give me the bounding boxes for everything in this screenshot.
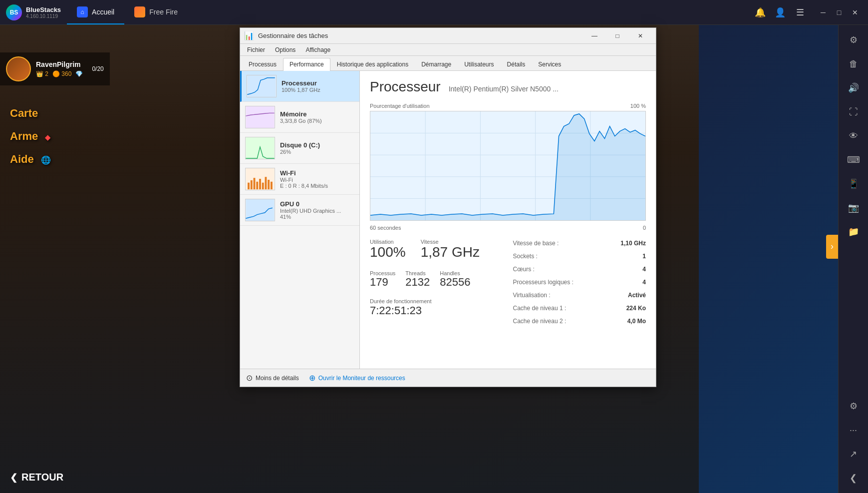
nav-game[interactable]: Free Fire: [124, 0, 188, 24]
spec-cache1: Cache de niveau 1 : 224 Ko: [513, 304, 646, 313]
svg-rect-12: [271, 182, 273, 189]
tm-tabs: Processus Performance Historique des app…: [240, 56, 656, 71]
resource-disk[interactable]: Disque 0 (C:) 26%: [240, 133, 359, 164]
retour-button[interactable]: ❮ RETOUR: [10, 472, 63, 483]
disk-name: Disque 0 (C:): [280, 141, 354, 149]
resource-wifi[interactable]: Wi-Fi Wi-Fi E : 0 R : 8,4 Mbits/s: [240, 164, 359, 195]
bs-minimize-button[interactable]: ─: [816, 5, 830, 19]
keyboard-icon[interactable]: ⌨: [843, 149, 865, 171]
bs-maximize-button[interactable]: □: [832, 5, 846, 19]
nav-home[interactable]: ⌂ Accueil: [67, 0, 124, 24]
tab-historique[interactable]: Historique des applications: [330, 58, 415, 70]
memory-mini-chart: [245, 106, 275, 128]
memory-detail: 3,3/3,8 Go (87%): [280, 118, 354, 124]
chart-time-label: 60 secondes: [370, 225, 401, 231]
processus-value: 179: [370, 276, 395, 288]
account-icon[interactable]: 👤: [772, 4, 788, 20]
fullscreen-icon[interactable]: ⛶: [843, 101, 865, 123]
window-controls: ─ □ ✕: [816, 5, 862, 19]
tab-details[interactable]: Détails: [501, 58, 532, 70]
spec-cache2: Cache de niveau 2 : 4,0 Mo: [513, 317, 646, 326]
resource-cpu[interactable]: Processeur 100% 1,87 GHz: [240, 71, 359, 102]
chart-zero-label: 0: [643, 225, 646, 231]
tm-maximize-button[interactable]: □: [606, 28, 629, 44]
tm-minimize-button[interactable]: —: [583, 28, 606, 44]
folder-icon[interactable]: 📁: [843, 221, 865, 243]
wifi-name: Wi-Fi: [280, 169, 354, 177]
tm-window-controls: — □ ✕: [583, 28, 652, 44]
menu-options[interactable]: Options: [270, 44, 300, 55]
disk-detail: 26%: [280, 149, 354, 155]
bs-sidebar: ⚙ 🗑 🔊 ⛶ 👁 ⌨ 📱 📷 📁 ⚙ ··· ↗ ❮: [838, 25, 868, 493]
gpu-name: GPU 0: [280, 200, 354, 208]
threads-label: Threads: [405, 270, 430, 276]
chart-utilisation-label: Pourcentage d'utilisation: [370, 103, 430, 109]
collapse-label: Moins de détails: [256, 375, 299, 382]
menu-aide[interactable]: Aide 🌐: [10, 151, 51, 168]
cpu-chart: [370, 111, 646, 221]
settings-icon[interactable]: ⚙: [843, 29, 865, 51]
cpu-info: Processeur 100% 1,87 GHz: [282, 79, 354, 93]
handles-label: Handles: [440, 270, 470, 276]
spec-virtualisation: Virtualisation : Activé: [513, 291, 646, 300]
menu-fichier[interactable]: Fichier: [242, 44, 270, 55]
stat-handles: Handles 82556: [440, 270, 470, 288]
tab-services[interactable]: Services: [532, 58, 568, 70]
tm-close-button[interactable]: ✕: [629, 28, 652, 44]
player-bar: RavenPilgrim 👑 2 🟠 360 💎 0/20: [0, 52, 110, 85]
tablet-icon[interactable]: 📱: [843, 173, 865, 195]
bluestacks-logo: BS BlueStacks 4.160.10.1119: [0, 4, 67, 20]
tm-icon: 📊: [244, 31, 254, 40]
bluestacks-version: 4.160.10.1119: [26, 13, 61, 19]
notification-icon[interactable]: 🔔: [752, 4, 768, 20]
share-icon[interactable]: ↗: [843, 443, 865, 465]
svg-rect-10: [265, 177, 267, 189]
svg-rect-8: [259, 179, 261, 189]
more-icon[interactable]: ···: [843, 419, 865, 441]
back-icon[interactable]: ❮: [843, 467, 865, 489]
resource-memory[interactable]: Mémoire 3,3/3,8 Go (87%): [240, 102, 359, 133]
menu-affichage[interactable]: Affichage: [300, 44, 335, 55]
menu-icon[interactable]: ☰: [792, 4, 808, 20]
gpu-detail2: 41%: [280, 214, 354, 220]
cpu-detail: 100% 1,87 GHz: [282, 87, 354, 93]
threads-value: 2132: [405, 276, 430, 288]
game-icon: [134, 6, 145, 17]
tools-icon[interactable]: ⚙: [843, 395, 865, 417]
bs-close-button[interactable]: ✕: [848, 5, 862, 19]
detail-title: Processeur: [370, 79, 441, 95]
volume-icon[interactable]: 🔊: [843, 77, 865, 99]
wifi-mini-chart: [245, 168, 275, 190]
topbar-right: 🔔 👤 ☰ ─ □ ✕: [752, 4, 868, 20]
menu-arme[interactable]: Arme ◆: [10, 128, 51, 145]
stat-vitesse: Vitesse 1,87 GHz: [421, 239, 480, 260]
stats-right: Vitesse de base : 1,10 GHz Sockets : 1 C…: [513, 239, 646, 326]
camera-icon[interactable]: 📷: [843, 197, 865, 219]
svg-rect-5: [251, 180, 253, 189]
view-icon[interactable]: 👁: [843, 125, 865, 147]
handles-value: 82556: [440, 276, 470, 288]
resource-gpu[interactable]: GPU 0 Intel(R) UHD Graphics ... 41%: [240, 195, 359, 226]
menu-carte[interactable]: Carte: [10, 105, 51, 122]
task-manager-window: 📊 Gestionnaire des tâches — □ ✕ Fichier …: [240, 27, 656, 387]
chart-label-top: Pourcentage d'utilisation 100 %: [370, 103, 646, 109]
tab-utilisateurs[interactable]: Utilisateurs: [458, 58, 500, 70]
cpu-name: Processeur: [282, 79, 354, 87]
tab-demarrage[interactable]: Démarrage: [415, 58, 458, 70]
monitor-icon: ⊕: [309, 373, 315, 383]
stat-threads: Threads 2132: [405, 270, 430, 288]
svg-rect-1: [246, 106, 274, 128]
monitor-link[interactable]: ⊕ Ouvrir le Moniteur de ressources: [309, 373, 405, 383]
collapse-button[interactable]: ⊙ Moins de détails: [246, 373, 299, 383]
tab-performance[interactable]: Performance: [283, 58, 330, 71]
svg-rect-4: [248, 183, 250, 189]
tab-processus[interactable]: Processus: [242, 58, 283, 70]
delete-icon[interactable]: 🗑: [843, 53, 865, 75]
wifi-detail2: E : 0 R : 8,4 Mbits/s: [280, 183, 354, 189]
collapse-icon: ⊙: [246, 373, 253, 383]
tm-left-panel: Processeur 100% 1,87 GHz Mémoire 3,3/3,8…: [240, 71, 360, 369]
uptime-block: Durée de fonctionnement 7:22:51:23: [370, 298, 503, 317]
sidebar-toggle-arrow[interactable]: ›: [826, 235, 838, 259]
game-area: RavenPilgrim 👑 2 🟠 360 💎 0/20 Carte Arme…: [0, 25, 240, 493]
svg-rect-9: [262, 183, 264, 189]
